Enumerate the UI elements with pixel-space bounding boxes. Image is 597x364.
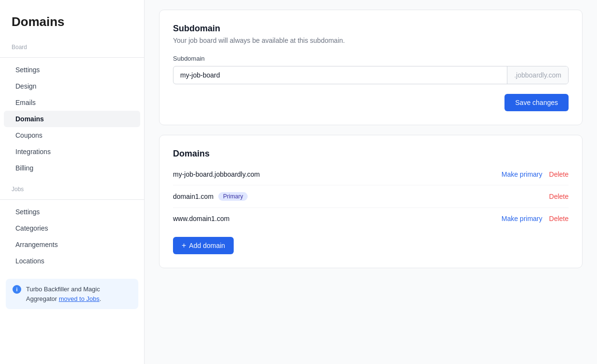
subdomain-card-title: Subdomain (173, 24, 569, 34)
table-row: my-job-board.jobboardly.com Make primary… (173, 164, 569, 185)
info-icon: i (13, 285, 21, 294)
main-content: Subdomain Your job board will always be … (145, 0, 597, 364)
info-text-link[interactable]: moved to Jobs (59, 295, 100, 302)
sidebar-item-locations[interactable]: Locations (4, 253, 140, 269)
subdomain-input-suffix: .jobboardly.com (507, 66, 568, 84)
plus-icon: + (182, 242, 186, 249)
domain-actions-1: Make primary Delete (502, 170, 569, 178)
domain-actions-2: Delete (549, 193, 569, 200)
sidebar-divider-jobs (0, 199, 144, 200)
delete-link-1[interactable]: Delete (549, 170, 569, 178)
info-text: Turbo Backfiller and Magic Aggregator mo… (26, 285, 132, 303)
subdomain-input-group: .jobboardly.com (173, 66, 569, 84)
subdomain-card-subtitle: Your job board will always be available … (173, 37, 569, 44)
sidebar-item-coupons[interactable]: Coupons (4, 127, 140, 143)
primary-badge: Primary (218, 192, 248, 201)
sidebar: Domains Board Settings Design Emails Dom… (0, 0, 145, 364)
sidebar-item-arrangements[interactable]: Arrangements (4, 236, 140, 253)
info-text-after: . (99, 295, 101, 302)
subdomain-card: Subdomain Your job board will always be … (159, 10, 583, 125)
save-changes-button[interactable]: Save changes (504, 94, 569, 111)
domain-name-3: www.domain1.com (173, 215, 502, 222)
sidebar-item-domains[interactable]: Domains (4, 111, 140, 127)
sidebar-item-integrations[interactable]: Integrations (4, 143, 140, 160)
sidebar-item-emails[interactable]: Emails (4, 94, 140, 111)
sidebar-divider-board (0, 57, 144, 58)
domain-actions-3: Make primary Delete (502, 215, 569, 222)
jobs-section-label: Jobs (0, 181, 144, 195)
sidebar-item-billing[interactable]: Billing (4, 160, 140, 176)
add-domain-label: Add domain (189, 242, 225, 249)
domain-name-2: domain1.com Primary (173, 192, 549, 201)
table-row: www.domain1.com Make primary Delete (173, 208, 569, 229)
sidebar-item-settings[interactable]: Settings (4, 62, 140, 78)
domains-card: Domains my-job-board.jobboardly.com Make… (159, 135, 583, 268)
add-domain-button[interactable]: + Add domain (173, 237, 234, 254)
domain-name-1: my-job-board.jobboardly.com (173, 170, 502, 178)
info-box: i Turbo Backfiller and Magic Aggregator … (6, 279, 138, 309)
subdomain-input[interactable] (173, 66, 507, 84)
make-primary-link-1[interactable]: Make primary (502, 170, 543, 178)
domains-list: my-job-board.jobboardly.com Make primary… (173, 164, 569, 229)
delete-link-2[interactable]: Delete (549, 193, 569, 200)
domains-card-title: Domains (173, 149, 569, 159)
board-section-label: Board (0, 39, 144, 53)
sidebar-item-design[interactable]: Design (4, 78, 140, 94)
save-btn-row: Save changes (173, 94, 569, 111)
sidebar-item-categories[interactable]: Categories (4, 220, 140, 236)
subdomain-field-label: Subdomain (173, 55, 569, 62)
delete-link-3[interactable]: Delete (549, 215, 569, 222)
page-title: Domains (0, 10, 144, 39)
make-primary-link-3[interactable]: Make primary (502, 215, 543, 222)
sidebar-item-jobs-settings[interactable]: Settings (4, 204, 140, 220)
table-row: domain1.com Primary Delete (173, 185, 569, 208)
